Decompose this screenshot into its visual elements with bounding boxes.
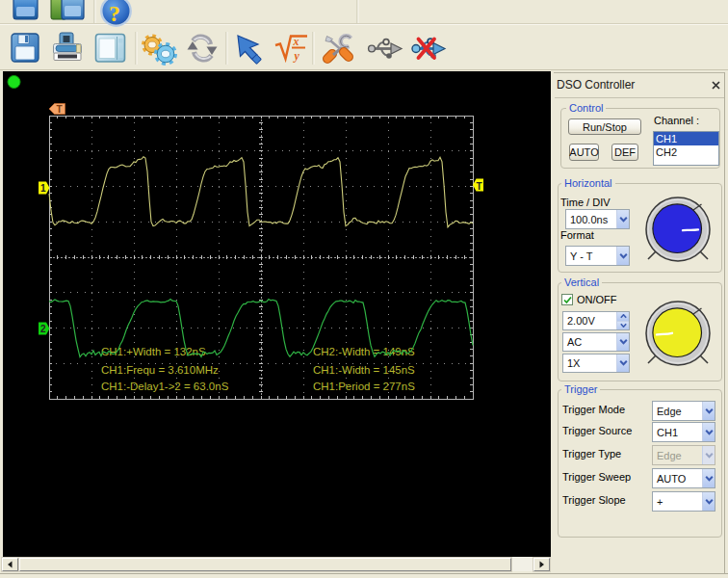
svg-text:CH1:-Delay1->2 = 63.0nS: CH1:-Delay1->2 = 63.0nS <box>101 381 229 392</box>
svg-text:T: T <box>57 104 63 115</box>
svg-text:CH1:Period = 277nS: CH1:Period = 277nS <box>313 381 415 392</box>
svg-text:1: 1 <box>40 183 46 194</box>
svg-text:CH1:Frequ = 3.610MHz: CH1:Frequ = 3.610MHz <box>101 364 219 376</box>
svg-text:?: ? <box>109 1 120 26</box>
svg-text:T: T <box>477 181 482 192</box>
svg-text:x: x <box>293 35 299 48</box>
svg-text:2: 2 <box>40 324 46 334</box>
svg-text:CH1:-Width = 145nS: CH1:-Width = 145nS <box>313 364 415 376</box>
svg-text:y: y <box>293 49 300 63</box>
